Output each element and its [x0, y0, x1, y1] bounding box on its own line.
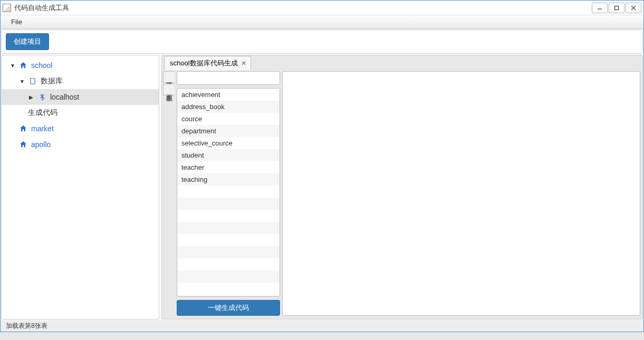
home-icon: [18, 124, 28, 133]
tree-item-school[interactable]: ▼ school: [2, 57, 159, 73]
chevron-down-icon: ▼: [20, 79, 26, 84]
maximize-button[interactable]: [609, 3, 624, 13]
status-text: 加载表第8张表: [6, 322, 47, 331]
window-controls: [591, 3, 641, 13]
tree-label: market: [31, 124, 54, 133]
chevron-right-icon: ▶: [29, 94, 35, 100]
table-row: [177, 246, 280, 258]
statusbar: 加载表第8张表: [1, 320, 643, 332]
tree-item-generate-code[interactable]: 生成代码: [2, 105, 159, 121]
content-area: ▼ school ▼ 数据库 ▶ localhost: [1, 54, 643, 320]
table-row: [177, 210, 280, 222]
app-window: 代码自动生成工具 File 创建项目 ▼: [0, 0, 644, 332]
maximize-icon: [614, 5, 619, 11]
table-row[interactable]: department: [177, 125, 280, 137]
svg-rect-4: [31, 79, 35, 84]
table-list[interactable]: achievement address_book cource departme…: [177, 88, 280, 297]
close-icon[interactable]: ✕: [241, 60, 246, 67]
chevron-down-icon: ▼: [10, 63, 16, 69]
home-icon: [18, 140, 28, 149]
desktop-background: [0, 332, 644, 340]
menu-file[interactable]: File: [8, 17, 25, 27]
main-panel: school数据库代码生成 ✕ 设置 主面板 achievement addre…: [161, 55, 643, 319]
close-window-button[interactable]: [626, 3, 641, 13]
close-icon: [631, 5, 636, 11]
window-title: 代码自动生成工具: [14, 3, 591, 13]
app-icon: [3, 4, 11, 12]
tree-label: school: [31, 61, 52, 70]
tabstrip: school数据库代码生成 ✕: [162, 55, 642, 70]
table-row: [177, 258, 280, 270]
table-row: [177, 295, 280, 297]
tree-item-market[interactable]: market: [2, 121, 159, 137]
table-row[interactable]: teaching: [177, 173, 280, 186]
table-row: [177, 222, 280, 234]
tab-school-db-codegen[interactable]: school数据库代码生成 ✕: [164, 56, 251, 70]
minimize-button[interactable]: [592, 3, 608, 13]
tab-content: 设置 主面板 achievement address_book cource d…: [162, 70, 642, 319]
vertical-tabs: 设置 主面板: [163, 71, 175, 316]
home-icon: [18, 61, 28, 70]
tree-item-apollo[interactable]: apollo: [2, 137, 159, 152]
table-row[interactable]: achievement: [177, 89, 280, 101]
vtab-main-panel[interactable]: 主面板: [163, 84, 175, 95]
svg-rect-1: [615, 6, 619, 9]
create-project-button[interactable]: 创建项目: [6, 33, 49, 50]
table-filter-input[interactable]: [177, 71, 280, 85]
table-row: [177, 270, 280, 283]
table-selection-pane: achievement address_book cource departme…: [177, 71, 280, 316]
tree-label: 生成代码: [28, 108, 57, 118]
table-row: [177, 283, 280, 295]
tab-label: school数据库代码生成: [170, 59, 238, 68]
menubar: File: [1, 15, 643, 29]
project-tree[interactable]: ▼ school ▼ 数据库 ▶ localhost: [1, 55, 159, 319]
vtab-settings[interactable]: 设置: [163, 71, 175, 83]
tree-item-localhost[interactable]: ▶ localhost: [2, 89, 159, 105]
minimize-icon: [597, 5, 602, 11]
tree-label: apollo: [31, 140, 51, 149]
tree-label: localhost: [50, 93, 79, 101]
table-row: [177, 198, 280, 210]
table-row: [177, 186, 280, 198]
bluetooth-icon: [37, 92, 47, 102]
toolbar: 创建项目: [1, 30, 643, 54]
generate-code-button[interactable]: 一键生成代码: [177, 300, 280, 316]
titlebar: 代码自动生成工具: [1, 1, 643, 15]
table-row[interactable]: address_book: [177, 101, 280, 113]
tree-label: 数据库: [41, 76, 63, 86]
database-icon: [28, 76, 37, 86]
table-row: [177, 234, 280, 246]
table-row[interactable]: selective_cource: [177, 137, 280, 149]
table-row[interactable]: cource: [177, 113, 280, 125]
table-row[interactable]: teacher: [177, 161, 280, 173]
tree-item-database[interactable]: ▼ 数据库: [2, 73, 159, 89]
preview-pane: [282, 71, 640, 316]
table-row[interactable]: student: [177, 149, 280, 161]
